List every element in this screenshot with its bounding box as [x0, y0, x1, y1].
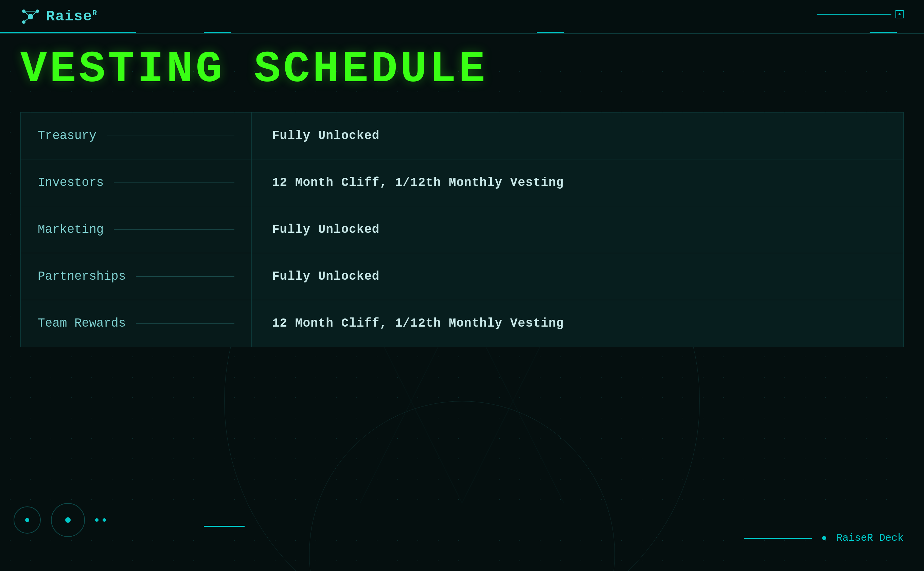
bottom-circle-medium	[51, 503, 85, 537]
row-divider	[136, 323, 234, 324]
row-divider	[107, 136, 234, 136]
row-divider	[136, 276, 234, 277]
vesting-detail-row: Fully Unlocked	[252, 113, 903, 159]
bg-arc-inner	[309, 401, 615, 571]
circle-dot	[65, 517, 71, 523]
vesting-detail: Fully Unlocked	[272, 270, 379, 284]
bottom-right-dot	[822, 536, 826, 540]
top-right-corner	[817, 10, 904, 19]
category-column: Treasury Investors Marketing Partnership…	[20, 112, 251, 347]
table-row: Investors	[21, 159, 251, 206]
table-row: Partnerships	[21, 253, 251, 300]
corner-box	[895, 10, 904, 19]
bottom-left-decoration	[14, 503, 106, 537]
svg-line-4	[24, 11, 31, 17]
row-divider	[114, 182, 234, 183]
bottom-center-line	[204, 526, 245, 527]
bottom-right-decoration: RaiseR Deck	[744, 532, 904, 544]
topbar-decoration	[0, 32, 924, 33]
vesting-detail-row: Fully Unlocked	[252, 253, 903, 300]
bottom-circle-small	[14, 506, 41, 534]
table-row: Marketing	[21, 206, 251, 253]
category-label: Investors	[38, 176, 103, 190]
circle-dot	[25, 518, 29, 522]
vesting-detail: Fully Unlocked	[272, 223, 379, 236]
vesting-detail: 12 Month Cliff, 1/12th Monthly Vesting	[272, 176, 564, 190]
vesting-detail-row: 12 Month Cliff, 1/12th Monthly Vesting	[252, 159, 903, 206]
svg-line-5	[31, 11, 37, 17]
indicator-dot	[103, 518, 106, 522]
corner-line	[817, 14, 892, 15]
vesting-detail-row: 12 Month Cliff, 1/12th Monthly Vesting	[252, 300, 903, 347]
vesting-table: Treasury Investors Marketing Partnership…	[20, 112, 904, 347]
category-label: Treasury	[38, 129, 97, 143]
logo-icon	[20, 6, 41, 27]
vesting-detail: 12 Month Cliff, 1/12th Monthly Vesting	[272, 316, 564, 330]
category-label: Marketing	[38, 223, 103, 236]
table-row: Team Rewards	[21, 300, 251, 347]
bottom-right-line	[744, 538, 812, 539]
vesting-column: Fully Unlocked 12 Month Cliff, 1/12th Mo…	[251, 112, 904, 347]
page-title: VESTING SCHEDULE	[20, 48, 488, 92]
indicator-dot	[95, 518, 99, 522]
bottom-dot-group	[95, 518, 106, 522]
logo-text: RaiseR	[46, 8, 97, 25]
vesting-detail-row: Fully Unlocked	[252, 206, 903, 253]
category-label: Partnerships	[38, 270, 126, 284]
svg-line-6	[24, 17, 31, 22]
table-row: Treasury	[21, 113, 251, 159]
category-label: Team Rewards	[38, 316, 126, 330]
vesting-detail: Fully Unlocked	[272, 129, 379, 143]
corner-dot	[898, 13, 901, 15]
footer-brand: RaiseR Deck	[836, 532, 904, 544]
top-nav: RaiseR	[0, 0, 924, 34]
logo: RaiseR	[20, 6, 97, 27]
